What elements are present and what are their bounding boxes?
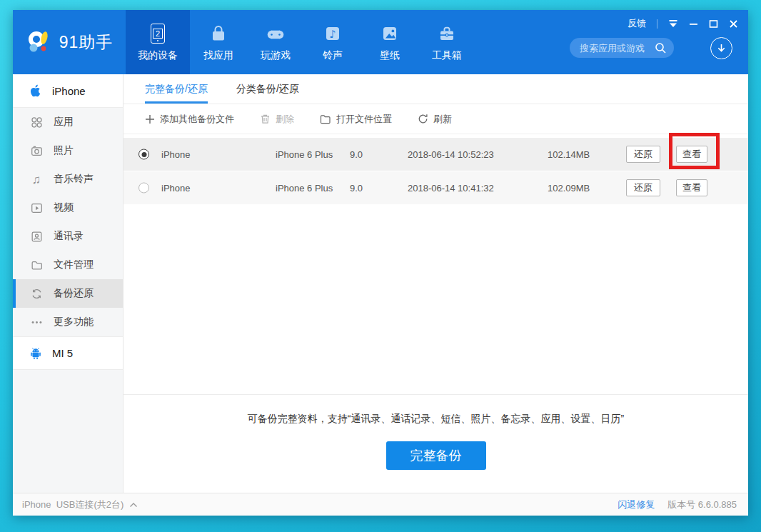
nav-label: 找应用: [203, 49, 233, 62]
sidebar-item-backup-restore[interactable]: 备份还原: [13, 279, 123, 308]
main-nav: 2 我的设备 找应用 玩游戏 ♪ 铃声: [126, 10, 475, 74]
open-folder-icon: [320, 114, 331, 124]
device-count-badge: 2: [153, 29, 163, 39]
sidebar-item-more[interactable]: 更多功能: [13, 308, 123, 336]
backup-tabs: 完整备份/还原 分类备份/还原: [124, 74, 748, 104]
sidebar-item-label: 应用: [54, 116, 74, 129]
backup-list: iPhone iPhone 6 Plus 9.0 2018-06-14 10:5…: [124, 138, 748, 204]
download-arrow-icon: [716, 43, 727, 54]
full-backup-button[interactable]: 完整备份: [386, 441, 486, 470]
main-content: 完整备份/还原 分类备份/还原 添加其他备份文件 删除 打开文件位置 刷新: [124, 74, 748, 493]
sidebar-device-mi5[interactable]: MI 5: [13, 336, 123, 370]
folder-icon: [29, 259, 44, 272]
restore-button[interactable]: 还原: [626, 179, 660, 196]
feedback-link[interactable]: 反馈: [628, 17, 646, 30]
picture-icon: [380, 22, 400, 44]
minimize-icon[interactable]: [689, 19, 698, 29]
backup-model: iPhone 6 Plus: [276, 149, 333, 160]
nav-ringtones[interactable]: ♪ 铃声: [304, 10, 361, 74]
nav-toolbox[interactable]: 工具箱: [418, 10, 475, 74]
backup-radio[interactable]: [138, 183, 149, 194]
tab-full-backup[interactable]: 完整备份/还原: [145, 74, 208, 104]
device-connection-status[interactable]: iPhone USB连接(共2台): [22, 498, 138, 511]
status-bar: iPhone USB连接(共2台) 闪退修复 版本号 6.6.0.885: [13, 493, 748, 516]
music-note-icon: ♪: [323, 22, 343, 44]
app-header: 91助手 2 我的设备 找应用 玩游戏: [13, 10, 748, 74]
sidebar-item-label: 视频: [54, 201, 74, 214]
skin-menu-icon[interactable]: [668, 19, 678, 29]
refresh-button[interactable]: 刷新: [418, 113, 452, 126]
nav-label: 铃声: [323, 49, 343, 62]
search-icon[interactable]: [655, 42, 667, 54]
music-notes-icon: ♫: [29, 174, 44, 186]
apps-grid-icon: [29, 116, 44, 129]
nav-wallpapers[interactable]: 壁纸: [361, 10, 418, 74]
chevron-up-icon[interactable]: [129, 502, 138, 508]
toolbox-icon: [437, 22, 457, 44]
sidebar-item-label: 更多功能: [54, 316, 94, 328]
sidebar-device-iphone[interactable]: iPhone: [13, 74, 123, 108]
camera-icon: [29, 144, 44, 158]
sidebar-item-label: 照片: [54, 144, 74, 157]
svg-text:♪: ♪: [329, 28, 336, 41]
delete-button[interactable]: 删除: [260, 113, 294, 126]
nav-label: 我的设备: [138, 49, 178, 62]
backup-hint-text: 可备份完整资料，支持“通讯录、通话记录、短信、照片、备忘录、应用、设置、日历”: [124, 413, 748, 426]
add-backup-file-button[interactable]: 添加其他备份文件: [145, 113, 234, 126]
nav-my-devices[interactable]: 2 我的设备: [126, 10, 190, 74]
video-play-icon: [29, 201, 44, 215]
app-name: 91助手: [59, 31, 114, 54]
refresh-icon: [418, 114, 428, 124]
sync-arrows-icon: [29, 287, 44, 301]
backup-date: 2018-06-14 10:52:23: [408, 149, 494, 160]
search-input[interactable]: [580, 43, 655, 54]
close-icon[interactable]: [729, 19, 738, 29]
backup-row[interactable]: iPhone iPhone 6 Plus 9.0 2018-06-14 10:4…: [124, 171, 748, 204]
plus-icon: [145, 114, 155, 124]
backup-row[interactable]: iPhone iPhone 6 Plus 9.0 2018-06-14 10:5…: [124, 138, 748, 171]
view-button[interactable]: 查看: [676, 146, 707, 163]
sidebar-item-label: 音乐铃声: [54, 173, 94, 186]
backup-radio-selected[interactable]: [138, 149, 149, 160]
android-icon: [29, 346, 43, 361]
backup-size: 102.14MB: [548, 149, 590, 160]
download-manager-button[interactable]: [710, 37, 732, 59]
nav-find-apps[interactable]: 找应用: [190, 10, 247, 74]
shopping-bag-icon: [208, 22, 228, 44]
backup-name: iPhone: [161, 183, 190, 194]
my-devices-phone-icon: 2: [151, 22, 165, 44]
view-button[interactable]: 查看: [676, 179, 707, 196]
restore-button[interactable]: 还原: [626, 146, 660, 163]
titlebar-separator: [657, 19, 657, 29]
backup-size: 102.09MB: [548, 183, 590, 194]
backup-os: 9.0: [350, 183, 363, 194]
open-file-location-button[interactable]: 打开文件位置: [320, 113, 392, 126]
search-box[interactable]: [570, 38, 674, 58]
backup-model: iPhone 6 Plus: [276, 183, 333, 194]
sidebar-item-music[interactable]: ♫ 音乐铃声: [13, 165, 123, 194]
contact-card-icon: [29, 230, 44, 244]
device-name: iPhone: [52, 85, 86, 97]
sidebar-item-label: 通讯录: [54, 230, 84, 243]
sidebar-item-files[interactable]: 文件管理: [13, 251, 123, 279]
sidebar-item-photos[interactable]: 照片: [13, 136, 123, 165]
sidebar-item-label: 备份还原: [54, 287, 94, 300]
sidebar: iPhone 应用 照片 ♫ 音乐铃声 视频: [13, 74, 124, 493]
app-window: 91助手 2 我的设备 找应用 玩游戏: [13, 10, 748, 516]
nav-label: 壁纸: [380, 49, 400, 62]
trash-icon: [260, 114, 271, 124]
backup-name: iPhone: [161, 149, 190, 160]
device-name: MI 5: [52, 347, 73, 359]
tab-category-backup[interactable]: 分类备份/还原: [236, 74, 299, 104]
nav-play-games[interactable]: 玩游戏: [247, 10, 304, 74]
backup-date: 2018-06-14 10:41:32: [408, 183, 494, 194]
maximize-icon[interactable]: [709, 19, 718, 29]
sidebar-item-label: 文件管理: [54, 259, 94, 271]
backup-os: 9.0: [350, 149, 363, 160]
sidebar-item-contacts[interactable]: 通讯录: [13, 222, 123, 251]
crash-fix-link[interactable]: 闪退修复: [618, 498, 655, 511]
sidebar-item-videos[interactable]: 视频: [13, 194, 123, 222]
sidebar-item-apps[interactable]: 应用: [13, 108, 123, 136]
backup-toolbar: 添加其他备份文件 删除 打开文件位置 刷新: [124, 104, 748, 134]
logo-91-icon: [26, 28, 53, 56]
